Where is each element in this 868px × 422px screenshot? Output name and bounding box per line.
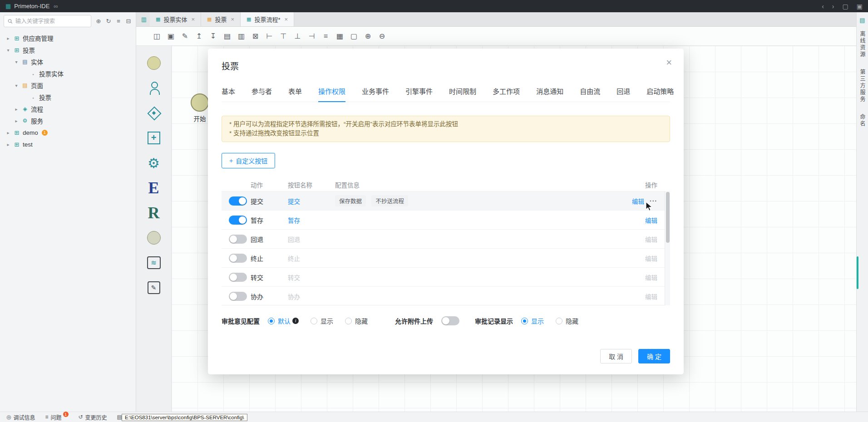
- window-layout-icon[interactable]: ▣: [857, 3, 863, 10]
- align-top-icon[interactable]: ⊤: [276, 32, 291, 40]
- align-right-icon[interactable]: ⊣: [305, 32, 319, 40]
- document-icon[interactable]: ▤: [220, 32, 234, 40]
- dialog-tab[interactable]: 表单: [288, 86, 302, 102]
- radio-option[interactable]: 默认: [268, 316, 299, 325]
- ok-button[interactable]: 确 定: [638, 349, 670, 363]
- paste-icon[interactable]: ▣: [164, 32, 178, 40]
- close-tab-icon[interactable]: ×: [231, 16, 234, 23]
- radio-option[interactable]: 显示: [521, 316, 544, 325]
- sort-icon[interactable]: ≡: [115, 18, 122, 25]
- documents-icon[interactable]: ▥: [234, 32, 248, 40]
- toggle-switch[interactable]: [229, 254, 247, 263]
- toggle-switch[interactable]: [229, 292, 247, 301]
- align-bottom-icon[interactable]: ⊥: [291, 32, 305, 40]
- close-tab-icon[interactable]: ×: [285, 16, 288, 23]
- dialog-tab[interactable]: 基本: [222, 86, 235, 102]
- caret-icon[interactable]: [14, 83, 19, 88]
- dialog-tab[interactable]: 自由流: [580, 86, 600, 102]
- participant-icon[interactable]: [144, 80, 163, 96]
- edit-link[interactable]: 编辑: [645, 292, 657, 301]
- tree-item[interactable]: 服务: [0, 115, 136, 127]
- zoom-in-icon[interactable]: ⊕: [361, 32, 375, 40]
- dialog-tab[interactable]: 消息通知: [536, 86, 563, 102]
- align-left-icon[interactable]: ⊢: [262, 32, 276, 40]
- panel-toggle-icon[interactable]: ▥: [138, 12, 150, 26]
- wave-icon[interactable]: ≋: [144, 255, 163, 271]
- service-task-icon[interactable]: ⚙: [144, 155, 163, 171]
- editor-tab[interactable]: ▦ 投票 ×: [201, 12, 241, 26]
- dialog-tab[interactable]: 引擎事件: [405, 86, 433, 102]
- tree-item[interactable]: 供应商管理: [0, 32, 136, 44]
- tree-item[interactable]: 实体: [0, 56, 136, 68]
- edit-link[interactable]: 编辑: [632, 196, 644, 206]
- start-node[interactable]: [191, 93, 209, 112]
- close-icon[interactable]: ×: [666, 58, 672, 68]
- caret-icon[interactable]: [5, 142, 11, 147]
- close-tab-icon[interactable]: ×: [191, 16, 195, 23]
- caret-icon[interactable]: [5, 36, 11, 41]
- button-name-link[interactable]: 终止: [288, 254, 335, 263]
- editor-tab[interactable]: ▦ 投票实体 ×: [150, 12, 201, 26]
- radio-icon[interactable]: [345, 318, 352, 324]
- import-icon[interactable]: ↧: [206, 32, 220, 40]
- toggle-switch[interactable]: [229, 273, 247, 282]
- dialog-tab[interactable]: 时间限制: [449, 86, 476, 102]
- state-node-icon[interactable]: [144, 230, 163, 246]
- dialog-tab[interactable]: 参与者: [252, 86, 272, 102]
- right-panel-icon[interactable]: ▤: [859, 17, 865, 24]
- copy-icon[interactable]: ◫: [150, 32, 164, 40]
- radio-icon[interactable]: [556, 318, 562, 324]
- button-name-link[interactable]: 暂存: [288, 216, 335, 225]
- caret-icon[interactable]: [5, 130, 11, 135]
- zoom-out-icon[interactable]: ⊖: [375, 32, 389, 40]
- dialog-tab[interactable]: 多工作项: [493, 86, 520, 102]
- window-restore-icon[interactable]: ▢: [843, 3, 848, 10]
- tree-item[interactable]: 投票实体: [0, 68, 136, 79]
- editor-tab[interactable]: ▦ 投票流程* ×: [241, 12, 294, 26]
- panel-scroll-indicator[interactable]: [857, 256, 858, 289]
- status-bar-item[interactable]: ↺ 变更历史: [79, 413, 107, 421]
- edit-link[interactable]: 编辑: [645, 273, 657, 282]
- dialog-tab[interactable]: 业务事件: [362, 86, 389, 102]
- button-name-link[interactable]: 提交: [288, 196, 335, 206]
- grid-icon[interactable]: ▦: [333, 32, 347, 40]
- dialog-tab[interactable]: 启动策略: [646, 86, 674, 102]
- caret-icon[interactable]: [14, 59, 19, 64]
- caret-icon[interactable]: [5, 48, 11, 53]
- button-name-link[interactable]: 协办: [288, 292, 335, 301]
- tree-item[interactable]: test: [0, 138, 136, 150]
- tree-item[interactable]: demo 1: [0, 127, 136, 138]
- radio-option[interactable]: 隐藏: [556, 316, 578, 325]
- button-name-link[interactable]: 转交: [288, 273, 335, 282]
- toggle-switch[interactable]: [229, 216, 247, 225]
- collapse-all-icon[interactable]: ⊟: [125, 18, 132, 25]
- subprocess-icon[interactable]: [144, 130, 163, 146]
- right-panel-tab[interactable]: 第三方服务: [858, 69, 866, 103]
- search-input[interactable]: [15, 18, 87, 25]
- table-scrollbar[interactable]: [665, 191, 670, 305]
- delete-icon[interactable]: ⊠: [248, 32, 262, 40]
- edit-icon[interactable]: ✎: [178, 32, 192, 40]
- tree-item[interactable]: 投票: [0, 44, 136, 56]
- edit-link[interactable]: 编辑: [645, 235, 657, 244]
- toggle-switch[interactable]: [229, 196, 247, 206]
- radio-option[interactable]: 隐藏: [345, 316, 368, 325]
- link-icon[interactable]: ∞: [54, 3, 58, 10]
- nav-back-icon[interactable]: ‹: [822, 3, 824, 10]
- button-name-link[interactable]: 回退: [288, 235, 335, 244]
- refresh-icon[interactable]: ↻: [105, 18, 112, 25]
- export-icon[interactable]: ↥: [192, 32, 206, 40]
- start-node-icon[interactable]: [144, 55, 163, 71]
- tree-item[interactable]: 页面: [0, 79, 136, 91]
- toggle-switch[interactable]: [229, 235, 247, 244]
- attachment-toggle-switch[interactable]: [441, 316, 459, 325]
- fit-screen-icon[interactable]: ▢: [347, 32, 361, 40]
- edit-link[interactable]: 编辑: [645, 254, 657, 263]
- add-custom-button[interactable]: + 自定义按钮: [222, 153, 275, 168]
- tree-item[interactable]: 流程: [0, 103, 136, 115]
- radio-icon[interactable]: [521, 318, 528, 324]
- status-bar-item[interactable]: ◎ 调试信息: [6, 413, 35, 421]
- caret-icon[interactable]: [14, 118, 19, 123]
- scrollbar-thumb[interactable]: [666, 192, 670, 243]
- dialog-tab[interactable]: 操作权限: [318, 86, 345, 102]
